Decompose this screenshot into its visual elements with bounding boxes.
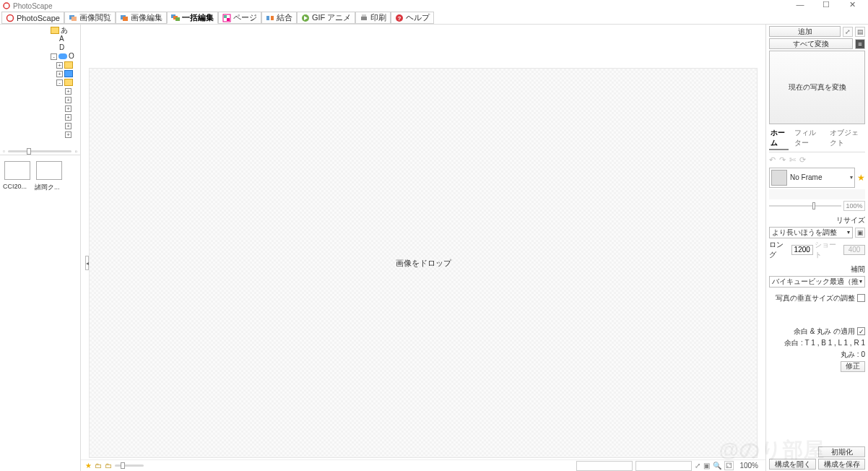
tree-item[interactable]: D	[0, 43, 80, 52]
frame-sub-field[interactable]	[769, 189, 865, 199]
thumbnail-item[interactable]: 諸岡ク...	[35, 160, 64, 192]
tree-item[interactable]: あ	[0, 26, 80, 35]
favorite-star-icon[interactable]: ★	[857, 173, 865, 183]
redo-icon[interactable]: ↷	[779, 155, 786, 165]
long-input[interactable]	[791, 245, 813, 255]
tree-expander-icon[interactable]: +	[65, 97, 71, 103]
edit-icon	[120, 14, 129, 22]
tab-photoscape[interactable]: PhotoScape	[1, 12, 64, 24]
round-values: 丸み : 0	[769, 350, 865, 360]
tree-expander-icon[interactable]: +	[56, 71, 63, 77]
window-close-button[interactable]: ✕	[839, 0, 865, 12]
folder-icon	[64, 79, 73, 86]
tree-item[interactable]: A	[0, 35, 80, 43]
right-panel: 追加 ⤢ ▤ すべて変換 ≡ 現在の写真を変換 ホーム フィルター オブジェクト…	[765, 25, 868, 471]
modify-button[interactable]: 修正	[841, 361, 865, 372]
thumbnail-size-slider[interactable]	[8, 150, 72, 152]
interpolation-header: 補間	[769, 264, 865, 275]
actual-size-icon[interactable]: ▣	[703, 462, 710, 470]
tab-help[interactable]: ?ヘルプ	[391, 12, 434, 24]
margin-apply-checkbox[interactable]: ✓	[857, 327, 865, 335]
tab-batch-editor[interactable]: 一括編集	[167, 12, 218, 24]
zoom-value[interactable]: 100%	[737, 462, 761, 470]
open-config-button[interactable]: 構成を開く	[769, 459, 816, 470]
tab-label: ヘルプ	[406, 12, 430, 23]
zoom-dropdown-icon[interactable]: ⚁	[724, 461, 734, 470]
convert-current-button[interactable]: 現在の写真を変換	[769, 51, 865, 124]
tree-item[interactable]: -	[0, 78, 80, 87]
frame-select[interactable]: No Frame ▾	[769, 168, 855, 188]
tree-item[interactable]: -O	[0, 52, 80, 61]
window-minimize-button[interactable]: —	[787, 0, 813, 12]
add-button[interactable]: 追加	[769, 26, 841, 37]
svg-point-1	[7, 14, 14, 21]
tree-item[interactable]: +	[0, 104, 80, 113]
crop-icon[interactable]: ✄	[789, 155, 796, 165]
combine-icon	[266, 14, 274, 22]
opacity-slider[interactable]	[769, 205, 841, 207]
undo-icon[interactable]: ↶	[769, 155, 776, 165]
thumbnail-item[interactable]: CCI20...	[3, 160, 32, 190]
vertical-adjust-checkbox[interactable]	[857, 294, 865, 302]
tree-item[interactable]: +	[0, 121, 80, 130]
tree-item[interactable]: +	[0, 130, 80, 139]
tree-item[interactable]: +	[0, 87, 80, 95]
opacity-value[interactable]: 100%	[843, 201, 865, 211]
tree-item[interactable]: +	[0, 69, 80, 78]
subtab-home[interactable]: ホーム	[769, 127, 789, 150]
folder-icon	[64, 61, 73, 69]
grid-icon[interactable]: ▤	[855, 27, 865, 37]
bottom-slider[interactable]	[115, 464, 144, 467]
window-maximize-button[interactable]: ☐	[813, 0, 839, 12]
expand-icon[interactable]: ⤢	[843, 27, 853, 37]
short-input	[843, 245, 865, 255]
tree-expander-icon[interactable]: +	[65, 131, 71, 138]
tab-editor[interactable]: 画像編集	[116, 12, 167, 24]
tree-item[interactable]: +	[0, 95, 80, 104]
tree-expander-icon[interactable]: -	[51, 53, 57, 60]
tree-item[interactable]: +	[0, 113, 80, 121]
zoom-icon[interactable]: 🔍	[713, 462, 721, 470]
rotate-icon[interactable]: ⟳	[799, 155, 806, 165]
tab-label: GIF アニメ	[312, 12, 351, 23]
subtab-object[interactable]: オブジェクト	[828, 127, 865, 150]
convert-all-button[interactable]: すべて変換	[769, 38, 853, 49]
reset-button[interactable]: 初期化	[818, 446, 865, 457]
long-label: ロング	[769, 240, 790, 260]
resize-mode-select[interactable]: より長いほうを調整 ▾	[769, 227, 853, 238]
tab-gif[interactable]: GIF アニメ	[297, 12, 355, 24]
star-icon[interactable]: ★	[85, 462, 92, 470]
tab-print[interactable]: 印刷	[355, 12, 391, 24]
folder-icon[interactable]: 🗀	[95, 462, 102, 470]
tab-combine[interactable]: 結合	[261, 12, 297, 24]
list-icon[interactable]: ≡	[855, 39, 865, 49]
main-toolbar: PhotoScape 画像閲覧 画像編集 一括編集 ページ 結合 GIF アニメ…	[0, 12, 868, 25]
tool-icons: ↶ ↷ ✄ ⟳	[769, 154, 865, 166]
folder-tree[interactable]: あAD-O++-++++++	[0, 25, 80, 147]
tab-viewer[interactable]: 画像閲覧	[64, 12, 116, 24]
right-sub-tabs: ホーム フィルター オブジェクト	[769, 126, 865, 152]
status-field-1[interactable]	[576, 461, 633, 471]
tree-item[interactable]: +	[0, 61, 80, 69]
tree-expander-icon[interactable]: +	[65, 105, 71, 112]
save-config-button[interactable]: 構成を保存	[818, 459, 865, 470]
interpolation-select[interactable]: バイキュービック最適（推 ▾	[769, 276, 865, 288]
folder-icon[interactable]: 🗀	[105, 462, 112, 470]
fit-screen-icon[interactable]: ⤢	[695, 462, 700, 470]
tree-expander-icon[interactable]: +	[65, 123, 71, 129]
tree-expander-icon[interactable]: +	[65, 88, 71, 95]
thumbnail-size-slider-row: ▫ ▫	[0, 147, 80, 155]
image-canvas[interactable]: ◂ 画像をドロップ	[89, 68, 758, 458]
tree-expander-icon[interactable]: -	[56, 79, 63, 86]
frame-select-label: No Frame	[790, 173, 847, 181]
panel-collapse-handle[interactable]: ◂	[85, 256, 89, 270]
thumbnail-image	[4, 161, 30, 180]
status-field-2[interactable]	[635, 461, 692, 471]
tab-page[interactable]: ページ	[218, 12, 261, 24]
svg-rect-13	[271, 16, 274, 20]
tree-expander-icon[interactable]: +	[56, 62, 63, 69]
resize-options-icon[interactable]: ▣	[855, 228, 865, 238]
chevron-down-icon: ▾	[847, 229, 850, 236]
subtab-filter[interactable]: フィルター	[793, 127, 824, 150]
tree-expander-icon[interactable]: +	[65, 114, 71, 121]
